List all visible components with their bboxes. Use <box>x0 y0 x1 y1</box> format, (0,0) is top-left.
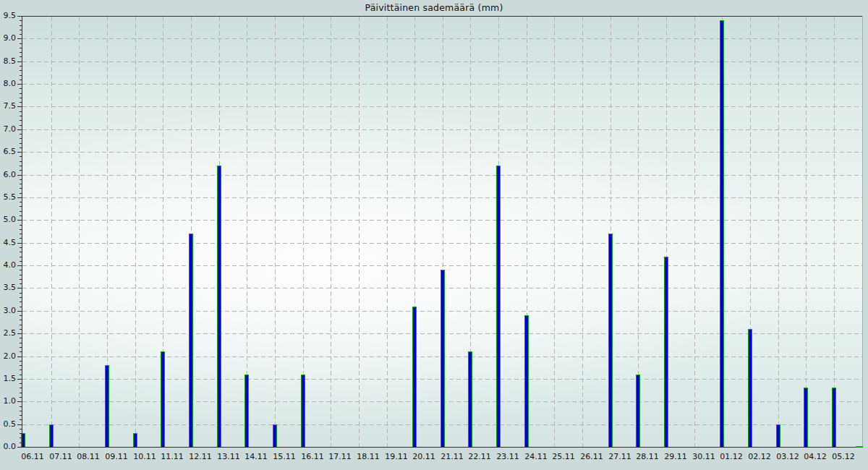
bar <box>441 270 445 448</box>
v-gridline <box>331 17 331 447</box>
v-gridline <box>582 17 583 447</box>
v-gridline <box>554 17 555 447</box>
x-tick-label: 14.11 <box>240 452 272 462</box>
bar <box>804 388 808 448</box>
v-gridline <box>778 17 779 447</box>
y-tick-label: 5.5 <box>0 192 16 202</box>
v-gridline <box>387 17 388 447</box>
v-gridline <box>806 17 807 447</box>
bar <box>301 375 305 448</box>
v-gridline <box>834 17 835 447</box>
bar <box>189 234 193 448</box>
bar <box>161 351 165 448</box>
bar <box>720 20 724 448</box>
plot-top-border <box>17 16 863 17</box>
y-tick-label: 2.5 <box>0 328 16 338</box>
x-tick-label: 17.11 <box>324 452 356 462</box>
x-tick-label: 26.11 <box>576 452 608 462</box>
bar <box>468 351 472 448</box>
x-tick-label: 12.11 <box>184 452 216 462</box>
x-tick-label: 01.12 <box>715 452 747 462</box>
bar <box>217 166 221 448</box>
y-tick-label: 6.5 <box>0 147 16 157</box>
x-axis-line <box>22 447 863 448</box>
y-tick-label: 7.0 <box>0 124 16 134</box>
x-tick-label: 04.12 <box>799 452 831 462</box>
y-tick-label: 8.5 <box>0 56 16 67</box>
y-axis-line <box>22 16 22 448</box>
v-gridline <box>694 17 695 447</box>
y-tick-label: 2.0 <box>0 351 16 362</box>
bar <box>412 307 417 448</box>
bar <box>832 388 836 448</box>
x-tick-label: 05.12 <box>827 452 859 462</box>
y-tick-label: 6.0 <box>0 170 16 180</box>
y-tick-label: 7.5 <box>0 101 16 111</box>
y-tick-label: 4.0 <box>0 260 16 270</box>
bar <box>496 166 501 448</box>
x-tick-label: 23.11 <box>492 452 524 462</box>
y-tick-label: 8.0 <box>0 79 16 89</box>
chart-canvas: Päivittäinen sademäärä (mm) 0.00.51.01.5… <box>0 0 868 470</box>
x-tick-label: 06.11 <box>17 452 48 462</box>
bar <box>524 315 529 448</box>
y-tick-label: 1.5 <box>0 374 16 384</box>
bar <box>273 424 277 448</box>
x-tick-label: 22.11 <box>464 452 495 462</box>
bar <box>244 375 249 448</box>
y-tick-label: 1.0 <box>0 396 16 406</box>
bar <box>105 365 109 448</box>
x-tick-label: 20.11 <box>408 452 440 462</box>
y-tick-label: 0.5 <box>0 419 16 430</box>
v-gridline <box>135 17 136 447</box>
x-tick-label: 29.11 <box>660 452 692 462</box>
x-tick-label: 18.11 <box>352 452 384 462</box>
axis-green-stub <box>856 446 863 448</box>
bar <box>133 433 137 448</box>
y-tick-label: 3.5 <box>0 283 16 293</box>
bar <box>664 257 668 448</box>
x-tick-label: 25.11 <box>548 452 579 462</box>
bar <box>636 375 640 448</box>
v-gridline <box>275 17 276 447</box>
x-tick-label: 08.11 <box>72 452 104 462</box>
y-tick-label: 9.0 <box>0 33 16 43</box>
x-tick-label: 09.11 <box>101 452 132 462</box>
x-tick-label: 28.11 <box>631 452 663 462</box>
x-tick-label: 11.11 <box>156 452 188 462</box>
v-gridline <box>359 17 359 447</box>
v-gridline <box>79 17 80 447</box>
y-tick-label: 4.5 <box>0 238 16 248</box>
bar <box>748 329 752 448</box>
x-tick-label: 15.11 <box>268 452 300 462</box>
plot-right-border <box>862 16 863 447</box>
bar <box>608 234 613 448</box>
v-gridline <box>51 17 52 447</box>
y-tick-label: 3.0 <box>0 306 16 316</box>
y-tick-label: 5.0 <box>0 215 16 225</box>
bar <box>776 424 780 448</box>
y-tick-label: 9.5 <box>0 11 16 21</box>
bar <box>49 424 54 448</box>
chart-title: Päivittäinen sademäärä (mm) <box>0 2 868 13</box>
y-tick-label: 0.0 <box>0 442 16 452</box>
x-tick-label: 02.12 <box>744 452 775 462</box>
